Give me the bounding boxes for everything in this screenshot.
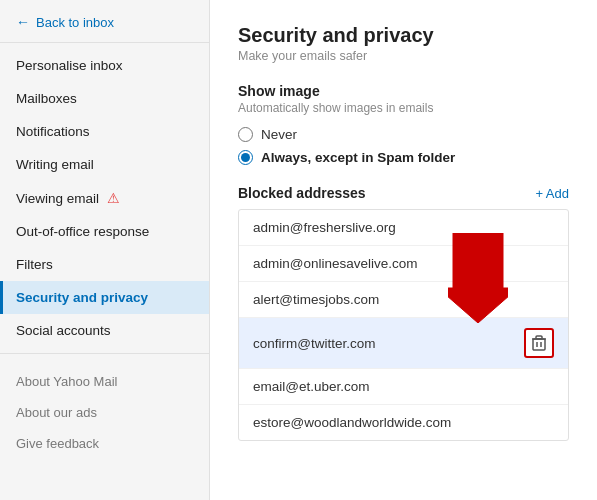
sidebar-item-filters[interactable]: Filters: [0, 248, 209, 281]
blocked-email: estore@woodlandworldwide.com: [253, 415, 451, 430]
back-to-inbox-label: Back to inbox: [36, 15, 114, 30]
sidebar-item-out-of-office[interactable]: Out-of-office response: [0, 215, 209, 248]
page-subtitle: Make your emails safer: [238, 49, 569, 63]
blocked-item: estore@woodlandworldwide.com: [239, 405, 568, 440]
sidebar-bottom-item-about-ads[interactable]: About our ads: [0, 397, 209, 428]
sidebar-item-social-accounts[interactable]: Social accounts: [0, 314, 209, 347]
blocked-item: alert@timesjobs.com: [239, 282, 568, 318]
radio-never-input[interactable]: [238, 127, 253, 142]
show-image-desc: Automatically show images in emails: [238, 101, 569, 115]
blocked-item: admin@fresherslive.org: [239, 210, 568, 246]
blocked-email: alert@timesjobs.com: [253, 292, 379, 307]
sidebar-item-personalise-inbox[interactable]: Personalise inbox: [0, 49, 209, 82]
sidebar-item-writing-email[interactable]: Writing email: [0, 148, 209, 181]
blocked-email: admin@onlinesavelive.com: [253, 256, 418, 271]
svg-rect-1: [533, 339, 545, 350]
sidebar-bottom-item-give-feedback[interactable]: Give feedback: [0, 428, 209, 459]
sidebar: ← Back to inbox Personalise inboxMailbox…: [0, 0, 210, 500]
sidebar-nav: Personalise inboxMailboxesNotificationsW…: [0, 43, 209, 500]
sidebar-item-viewing-email[interactable]: Viewing email⚠: [0, 181, 209, 215]
radio-always[interactable]: Always, except in Spam folder: [238, 150, 569, 165]
blocked-email: admin@fresherslive.org: [253, 220, 396, 235]
delete-blocked-address-button[interactable]: [524, 328, 554, 358]
sidebar-item-mailboxes[interactable]: Mailboxes: [0, 82, 209, 115]
sidebar-item-security-privacy[interactable]: Security and privacy: [0, 281, 209, 314]
main-content: Security and privacy Make your emails sa…: [210, 0, 597, 500]
warning-icon: ⚠: [107, 190, 120, 206]
sidebar-item-notifications[interactable]: Notifications: [0, 115, 209, 148]
radio-never[interactable]: Never: [238, 127, 569, 142]
sidebar-divider: [0, 353, 209, 354]
trash-icon: [532, 335, 546, 351]
back-to-inbox-link[interactable]: ← Back to inbox: [0, 0, 209, 43]
blocked-email: email@et.uber.com: [253, 379, 370, 394]
blocked-item: admin@onlinesavelive.com: [239, 246, 568, 282]
radio-always-input[interactable]: [238, 150, 253, 165]
blocked-email: confirm@twitter.com: [253, 336, 375, 351]
radio-never-label: Never: [261, 127, 297, 142]
add-blocked-address-link[interactable]: + Add: [535, 186, 569, 201]
blocked-addresses-title: Blocked addresses: [238, 185, 366, 201]
blocked-addresses-header: Blocked addresses + Add: [238, 185, 569, 201]
back-arrow-icon: ←: [16, 14, 30, 30]
sidebar-bottom: About Yahoo MailAbout our adsGive feedba…: [0, 360, 209, 467]
radio-always-label: Always, except in Spam folder: [261, 150, 455, 165]
sidebar-bottom-item-about-yahoo-mail[interactable]: About Yahoo Mail: [0, 366, 209, 397]
show-image-label: Show image: [238, 83, 569, 99]
blocked-list: admin@fresherslive.orgadmin@onlinesaveli…: [238, 209, 569, 441]
show-image-radio-group: Never Always, except in Spam folder: [238, 127, 569, 165]
blocked-item: email@et.uber.com: [239, 369, 568, 405]
page-title: Security and privacy: [238, 24, 569, 47]
blocked-item: confirm@twitter.com: [239, 318, 568, 369]
